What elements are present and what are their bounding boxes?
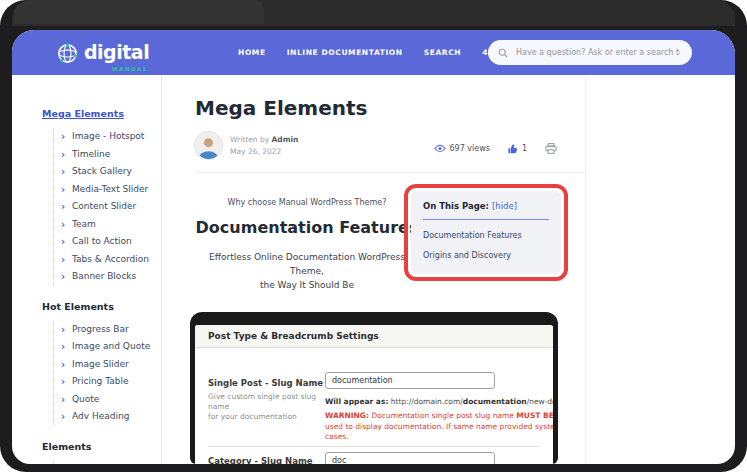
chevron-right-icon: › — [61, 338, 65, 356]
chevron-right-icon: › — [61, 373, 65, 391]
like-button[interactable]: 1 — [508, 144, 527, 154]
sidebar-item-image-slider[interactable]: ›Image Slider — [54, 356, 161, 374]
on-this-page-annotation: On This Page: [hide] Documentation Featu… — [404, 184, 568, 281]
sidebar-item-progress-bar[interactable]: ›Progress Bar — [54, 321, 161, 339]
category-slug-input — [325, 452, 495, 464]
intro-kicker: Why choose Manual WordPress Theme? — [195, 198, 419, 207]
sidebar-heading-hot-elements[interactable]: Hot Elements — [42, 301, 161, 312]
sidebar-list: ›Progress Bar ›Image and Quote ›Image Sl… — [53, 321, 161, 426]
like-count: 1 — [522, 144, 527, 153]
main-nav: HOME INLINE DOCUMENTATION SEARCH 404 — [238, 30, 500, 75]
nav-home[interactable]: HOME — [238, 48, 266, 57]
sidebar-list: ›Image - Hotspot ›Timeline ›Stack Galler… — [53, 128, 161, 286]
search-input[interactable] — [514, 47, 682, 58]
intro-section: Why choose Manual WordPress Theme? Docum… — [195, 198, 419, 292]
nav-inline-documentation[interactable]: INLINE DOCUMENTATION — [287, 48, 403, 57]
sidebar-item-timeline[interactable]: ›Timeline — [54, 146, 161, 164]
thumbs-up-icon — [508, 144, 518, 154]
sidebar-item-quote[interactable]: ›Quote — [54, 391, 161, 409]
sidebar-item-label: Media-Text Slider — [72, 184, 148, 194]
sidebar-item-stack-gallery[interactable]: ›Stack Gallery — [54, 163, 161, 181]
sidebar-item-file-attached[interactable]: ›File Attached — [54, 461, 161, 465]
warning-line3: cases. — [325, 432, 553, 443]
eye-icon — [434, 144, 446, 153]
field-label-single-post-slug: Single Post - Slug Name — [208, 378, 323, 388]
author-avatar — [195, 132, 222, 159]
browser-tab-shape — [14, 0, 264, 24]
chevron-right-icon: › — [61, 146, 65, 164]
chevron-right-icon: › — [61, 321, 65, 339]
settings-field-divider — [208, 446, 540, 447]
views-counter: 697 views — [434, 144, 490, 153]
content-right-divider — [585, 75, 586, 464]
sidebar-item-image-hotspot[interactable]: ›Image - Hotspot — [54, 128, 161, 146]
warning-text: WARNING: Documentation single post slug … — [325, 411, 553, 443]
sidebar-item-label: Pricing Table — [72, 376, 128, 386]
url-preview: Will appear as: http://domain.com/docume… — [325, 397, 553, 406]
sidebar-item-label: Image - Hotspot — [72, 131, 144, 141]
sidebar-item-tabs-accordion[interactable]: ›Tabs & Accordion — [54, 251, 161, 269]
sidebar-active-link[interactable]: Mega Elements — [42, 108, 124, 119]
embedded-settings-screenshot: Post Type & Breadcrumb Settings Single P… — [190, 312, 558, 464]
toc-link-origins-and-discovery[interactable]: Origins and Discovery — [423, 251, 549, 260]
site-header: digital MANUAL HOME INLINE DOCUMENTATION… — [12, 30, 735, 75]
chevron-right-icon: › — [61, 163, 65, 181]
sidebar-item-label: Banner Blocks — [72, 271, 136, 281]
author-name[interactable]: Admin — [271, 135, 298, 144]
chevron-right-icon: › — [61, 198, 65, 216]
toc-link-documentation-features[interactable]: Documentation Features — [423, 231, 549, 240]
warning-line2: used to display documentation. If same n… — [325, 422, 553, 433]
sidebar-item-label: Stack Gallery — [72, 166, 132, 176]
screenshot-stage: digital MANUAL HOME INLINE DOCUMENTATION… — [0, 0, 747, 472]
sidebar-item-label: Team — [72, 219, 96, 229]
globe-icon — [56, 42, 79, 65]
sidebar-item-label: Adv Heading — [72, 411, 129, 421]
sidebar-item-adv-heading[interactable]: ›Adv Heading — [54, 408, 161, 426]
site-logo[interactable]: digital MANUAL — [56, 40, 149, 65]
intro-subtext-line2: the Way It Should Be — [195, 278, 419, 292]
sidebar-item-label: File Attached — [72, 464, 130, 465]
sidebar-item-banner-blocks[interactable]: ›Banner Blocks — [54, 268, 161, 286]
logo-text: digital — [84, 40, 149, 64]
chevron-right-icon: › — [61, 181, 65, 199]
sidebar-item-mega-elements[interactable]: Mega Elements — [42, 108, 161, 119]
sidebar-item-image-and-quote[interactable]: ›Image and Quote — [54, 338, 161, 356]
nav-search[interactable]: SEARCH — [424, 48, 462, 57]
warning-segment: Documentation single post slug name — [369, 411, 516, 420]
sidebar-item-label: Timeline — [72, 149, 110, 159]
search-icon — [498, 48, 508, 58]
sidebar-heading-elements[interactable]: Elements — [42, 441, 161, 452]
sidebar-item-call-to-action[interactable]: ›Call to Action — [54, 233, 161, 251]
sidebar-item-label: Call to Action — [72, 236, 132, 246]
sidebar-item-content-slider[interactable]: ›Content Slider — [54, 198, 161, 216]
sidebar-item-pricing-table[interactable]: ›Pricing Table — [54, 373, 161, 391]
post-date: May 26, 2022 — [230, 146, 298, 158]
chevron-right-icon: › — [61, 268, 65, 286]
sidebar-item-label: Content Slider — [72, 201, 136, 211]
post-byline: Written by Admin May 26, 2022 — [230, 134, 298, 158]
logo-subtext: MANUAL — [112, 66, 148, 72]
warning-label: WARNING: — [325, 411, 369, 420]
chevron-right-icon: › — [61, 356, 65, 374]
warning-bold-segment: MUST BE — [516, 411, 553, 420]
field-label-category-slug: Category - Slug Name — [208, 456, 313, 464]
sidebar-item-label: Image and Quote — [72, 341, 150, 351]
url-preview-slug: documentation — [463, 397, 527, 406]
print-icon[interactable] — [545, 143, 557, 154]
settings-panel: Post Type & Breadcrumb Settings Single P… — [195, 325, 553, 464]
chevron-right-icon: › — [61, 233, 65, 251]
chevron-right-icon: › — [61, 128, 65, 146]
toc-hide-toggle[interactable]: [hide] — [492, 201, 517, 211]
chevron-right-icon: › — [61, 408, 65, 426]
sidebar-item-label: Quote — [72, 394, 99, 404]
search-bar[interactable] — [488, 40, 692, 65]
page-title: Mega Elements — [195, 96, 367, 120]
field-description: Give custom single post slug name for yo… — [208, 392, 318, 422]
settings-panel-title: Post Type & Breadcrumb Settings — [195, 325, 553, 348]
section-heading: Documentation Features — [195, 218, 419, 237]
on-this-page-title: On This Page: [hide] — [423, 201, 549, 211]
sidebar-item-media-text-slider[interactable]: ›Media-Text Slider — [54, 181, 161, 199]
toc-divider — [423, 219, 549, 220]
post-meta-actions: 697 views 1 — [434, 143, 558, 154]
sidebar-item-team[interactable]: ›Team — [54, 216, 161, 234]
